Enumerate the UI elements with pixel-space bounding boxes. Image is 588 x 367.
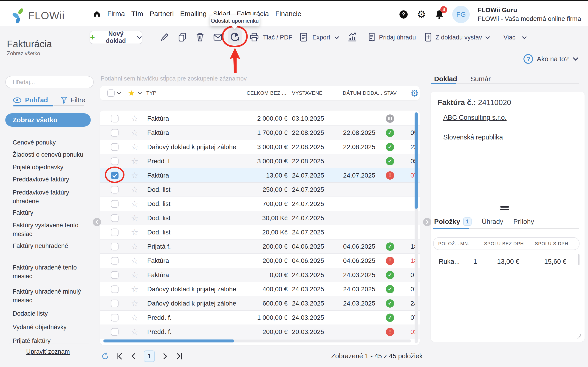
items-scrollbar[interactable] [578, 254, 579, 265]
panel-expand-button[interactable] [423, 218, 431, 226]
tab-filters[interactable]: Filtre [61, 96, 85, 104]
avatar[interactable]: FG [452, 6, 470, 23]
row-star-icon[interactable]: ☆ [131, 270, 138, 280]
chevron-down-icon[interactable] [138, 92, 142, 94]
column-header-total[interactable]: CELKOM BEZ ... [229, 90, 286, 96]
row-star-icon[interactable]: ☆ [131, 171, 138, 180]
star-filter-icon[interactable]: ★ [128, 89, 135, 98]
nav-item-tím[interactable]: Tím [131, 10, 143, 18]
tab-sumar[interactable]: Sumár [470, 75, 491, 83]
sidebar-item[interactable]: Faktúry uhradené tento mesiac [13, 263, 91, 281]
table-row[interactable]: ☆Prijatá f.200,00 €04.06.202504.06.2025✓… [100, 240, 420, 254]
sidebar-item[interactable]: Preddavkové faktúry [13, 175, 91, 184]
new-document-button[interactable]: + Nový doklad [90, 31, 142, 44]
sidebar-item[interactable]: Faktúry neuhradené [13, 242, 91, 250]
row-checkbox[interactable] [111, 243, 119, 250]
sidebar-item[interactable]: Dodacie listy [13, 309, 91, 318]
nav-item-partneri[interactable]: Partneri [149, 10, 174, 18]
first-page-icon[interactable] [115, 352, 124, 360]
sidebar-item[interactable]: Prijaté faktúry [13, 336, 91, 345]
row-checkbox[interactable] [111, 200, 119, 208]
table-row[interactable]: ☆Dod. list20,00 Kč24.07.2025 [100, 225, 420, 240]
table-row[interactable]: ☆Faktúra1 700,00 €22.08.202522.08.2025✓0… [100, 126, 420, 140]
chart-icon[interactable] [347, 32, 357, 42]
row-star-icon[interactable]: ☆ [131, 227, 138, 237]
table-settings-gear-icon[interactable]: ⚙ [410, 89, 419, 98]
items-table-row[interactable]: Ruka...113,00 €15,60 € [433, 255, 579, 268]
vertical-scrollbar-thumb[interactable] [415, 112, 418, 209]
column-header-issued[interactable]: VYSTAVENÉ [292, 90, 322, 96]
flowii-logo[interactable]: FLOWii [12, 8, 65, 24]
table-row[interactable]: ☆Predd. f.3 000,00 €22.08.2025✓05 [100, 154, 420, 168]
row-checkbox[interactable] [111, 314, 119, 321]
table-row[interactable]: ☆Daňový doklad k prijatej zálohe600,00 €… [100, 296, 420, 311]
select-all-checkbox[interactable] [107, 90, 115, 97]
sidebar-item-show-all[interactable]: Zobraz všetko [5, 113, 91, 127]
row-star-icon[interactable]: ☆ [131, 256, 138, 266]
items-column-header[interactable]: POLOŽ... [434, 240, 457, 248]
row-star-icon[interactable]: ☆ [131, 142, 138, 152]
table-row[interactable]: ☆Dod. list700,00 €24.07.2025 [100, 197, 420, 211]
chevron-down-icon[interactable] [117, 92, 121, 94]
sidebar-item[interactable]: Faktúry uhradené minulý mesiac [13, 287, 91, 305]
table-row[interactable]: ☆Faktúra0,00 €24.03.202524.03.2025✓07 [100, 268, 420, 282]
chevron-down-icon[interactable] [485, 36, 490, 39]
last-page-icon[interactable] [175, 352, 183, 360]
copy-icon[interactable] [177, 32, 187, 42]
table-row[interactable]: ☆Dod. list30,00 Kč24.07.2025 [100, 211, 420, 225]
panel-drag-handle[interactable] [500, 206, 509, 212]
row-checkbox[interactable] [111, 328, 119, 336]
print-icon[interactable] [249, 32, 259, 42]
next-page-icon[interactable] [161, 352, 169, 360]
tab-attachments[interactable]: Prílohy [513, 218, 534, 225]
panel-resize-handle[interactable] [576, 334, 581, 339]
chevron-down-icon[interactable] [522, 36, 527, 39]
help-icon[interactable]: ? [398, 9, 409, 19]
current-page[interactable]: 1 [144, 350, 155, 362]
table-row[interactable]: ☆Dod. list250,00 €24.07.2025 [100, 183, 420, 197]
nav-item-financie[interactable]: Financie [275, 10, 301, 18]
row-checkbox[interactable] [111, 228, 119, 236]
table-row[interactable]: ☆Predd. f.200,00 €20.03.2025!03 [100, 325, 420, 339]
row-star-icon[interactable]: ☆ [131, 313, 138, 323]
row-star-icon[interactable]: ☆ [131, 327, 138, 337]
row-star-icon[interactable]: ☆ [131, 242, 138, 251]
table-row[interactable]: ☆Daňový doklad k prijatej zálohe400,00 €… [100, 282, 420, 296]
table-row[interactable]: ☆Faktúra13,00 €24.07.202524.07.2025!07 [100, 168, 420, 183]
row-star-icon[interactable]: ☆ [131, 213, 138, 223]
row-checkbox[interactable] [111, 271, 119, 279]
sidebar-item[interactable]: Faktúry vystavené tento mesiac [13, 221, 91, 238]
tab-doklad[interactable]: Doklad [434, 75, 457, 83]
tab-items[interactable]: Položky 1 [434, 217, 472, 226]
how-to-link[interactable]: ? Ako na to? [523, 54, 579, 64]
items-column-header[interactable]: SPOLU BEZ DPH [481, 240, 527, 248]
nav-item-emailing[interactable]: Emailing [180, 10, 207, 18]
sidebar-item[interactable]: Cenové ponuky [13, 138, 91, 147]
row-checkbox[interactable] [111, 186, 119, 193]
doc-plus-icon[interactable] [423, 32, 433, 42]
row-star-icon[interactable]: ☆ [131, 199, 138, 209]
nav-item-firma[interactable]: Firma [107, 10, 125, 18]
table-row[interactable]: ☆Predd. f.1 000,00 €24.03.2025✓07 [100, 311, 420, 325]
row-checkbox[interactable] [111, 214, 119, 222]
column-header-delivery[interactable]: DÁTUM DODA... [343, 90, 382, 96]
row-star-icon[interactable]: ☆ [131, 299, 138, 308]
notifications-bell[interactable]: 4 [434, 9, 444, 19]
edit-pencil-icon[interactable] [160, 32, 170, 42]
row-star-icon[interactable]: ☆ [131, 284, 138, 294]
search-input[interactable] [6, 76, 93, 88]
sidebar-item[interactable]: Preddavkové faktúry uhradené [13, 188, 91, 206]
row-checkbox[interactable] [111, 257, 119, 265]
email-envelope-icon[interactable] [213, 32, 223, 42]
user-block[interactable]: FLOWii Guru FLOWii - Vaša moderná online… [477, 6, 581, 23]
row-checkbox[interactable] [111, 285, 119, 293]
gear-icon[interactable]: ⚙ [416, 9, 426, 19]
home-icon[interactable] [93, 10, 101, 18]
delete-trash-icon[interactable] [195, 32, 205, 42]
items-column-header[interactable]: SPOLU S DPH [527, 240, 576, 248]
row-checkbox[interactable] [111, 129, 119, 136]
row-checkbox[interactable] [111, 300, 119, 307]
row-star-icon[interactable]: ☆ [131, 185, 138, 194]
edit-list-link[interactable]: Upraviť zoznam [5, 348, 91, 355]
column-header-status[interactable]: STAV [384, 90, 397, 96]
